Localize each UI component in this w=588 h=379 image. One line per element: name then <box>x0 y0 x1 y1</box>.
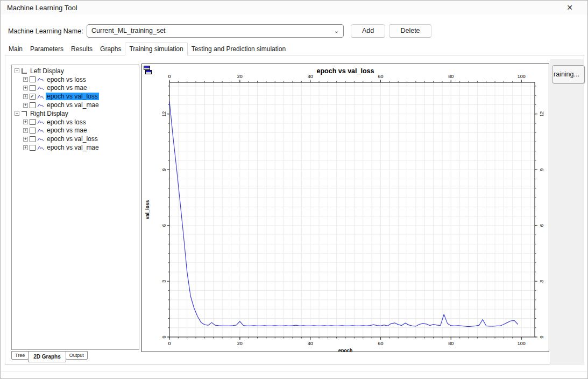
bottom-tab-2d-graphs[interactable]: 2D Graphs <box>28 351 66 362</box>
tab-training-simulation[interactable]: Training simulation <box>125 43 187 55</box>
expand-icon[interactable]: + <box>23 77 28 82</box>
tree-item[interactable]: + epoch vs loss <box>13 75 139 84</box>
svg-text:3: 3 <box>161 280 167 283</box>
svg-text:60: 60 <box>378 341 383 346</box>
svg-text:epoch: epoch <box>338 348 353 352</box>
curve-icon <box>37 76 44 82</box>
svg-text:80: 80 <box>448 341 454 346</box>
collapse-icon[interactable]: − <box>15 111 19 116</box>
tab-graphs[interactable]: Graphs <box>96 44 125 55</box>
chart-title: epoch vs val_loss <box>142 67 549 75</box>
add-button[interactable]: Add <box>351 24 385 38</box>
curve-icon <box>37 85 44 91</box>
bottom-tab-tree[interactable]: Tree <box>11 351 29 360</box>
svg-text:6: 6 <box>161 224 167 227</box>
expand-icon[interactable]: + <box>23 128 28 133</box>
tree-item[interactable]: + epoch vs loss <box>13 118 139 127</box>
tree-node-label[interactable]: Right Display <box>29 110 69 117</box>
checkbox[interactable] <box>30 85 36 91</box>
ml-name-value: Current_ML_training_set <box>91 27 166 34</box>
svg-text:6: 6 <box>539 224 544 227</box>
tab-parameters[interactable]: Parameters <box>26 44 67 55</box>
checkbox[interactable] <box>30 102 36 108</box>
svg-text:0: 0 <box>161 335 167 338</box>
window-title: Machine Learning Tool <box>7 1 77 15</box>
training-button[interactable]: raining... <box>552 65 585 83</box>
svg-text:100: 100 <box>518 341 526 346</box>
svg-text:20: 20 <box>237 341 243 346</box>
tree-node-left-display[interactable]: − Left Display <box>13 67 139 75</box>
expand-icon[interactable]: + <box>23 94 28 99</box>
tree-item[interactable]: + epoch vs val_mae <box>13 101 139 109</box>
tree-node-right-display[interactable]: − Right Display <box>13 109 139 118</box>
tree-item-label[interactable]: epoch vs val_mae <box>46 101 100 109</box>
chevron-down-icon[interactable]: ⌄ <box>334 25 339 37</box>
expand-icon[interactable]: + <box>23 145 28 150</box>
svg-text:12: 12 <box>539 111 544 117</box>
tree-item-label[interactable]: epoch vs val_loss <box>46 93 99 100</box>
checkbox[interactable] <box>30 128 36 134</box>
curve-icon <box>37 128 44 134</box>
ml-name-label: Machine Learning Name: <box>8 25 83 38</box>
tree-item-label[interactable]: epoch vs loss <box>46 118 87 126</box>
bottom-tab-bar: Tree 2D Graphs Output <box>11 351 87 362</box>
svg-text:40: 40 <box>308 341 313 346</box>
checkbox[interactable] <box>30 94 36 100</box>
tree-item[interactable]: + epoch vs mae <box>13 84 139 93</box>
bottom-tab-output[interactable]: Output <box>66 351 88 360</box>
tree-item[interactable]: + epoch vs mae <box>13 127 139 135</box>
svg-text:0: 0 <box>539 335 544 338</box>
curve-icon <box>37 94 44 100</box>
tree-item[interactable]: + epoch vs val_loss <box>13 92 139 101</box>
tree-item[interactable]: + epoch vs val_loss <box>13 135 139 143</box>
checkbox[interactable] <box>30 145 36 151</box>
tree-item-label[interactable]: epoch vs mae <box>46 84 88 92</box>
right-axes-icon <box>21 110 27 117</box>
checkbox[interactable] <box>30 119 36 125</box>
checkbox[interactable] <box>30 76 36 82</box>
tab-main[interactable]: Main <box>5 44 26 55</box>
expand-icon[interactable]: + <box>23 120 28 124</box>
val-loss-chart: 002020404060608080100100003366991212epoc… <box>142 64 549 352</box>
title-bar: Machine Learning Tool ✕ <box>1 1 587 15</box>
tab-testing-prediction-simulation[interactable]: Testing and Prediction simulation <box>188 44 289 55</box>
tree-item-label[interactable]: epoch vs val_loss <box>46 135 99 143</box>
machine-learning-tool-window: Machine Learning Tool ✕ Machine Learning… <box>0 0 588 379</box>
tree-item-label[interactable]: epoch vs mae <box>46 127 88 134</box>
left-axes-icon <box>21 68 27 74</box>
svg-text:0: 0 <box>168 341 171 346</box>
expand-icon[interactable]: + <box>23 86 28 90</box>
graph-panel: 002020404060608080100100003366991212epoc… <box>141 64 549 352</box>
close-icon[interactable]: ✕ <box>562 1 578 15</box>
tree-item[interactable]: + epoch vs val_mae <box>13 143 139 152</box>
svg-text:3: 3 <box>539 280 544 283</box>
collapse-icon[interactable]: − <box>15 68 19 73</box>
curve-icon <box>37 102 44 108</box>
tab-results[interactable]: Results <box>67 44 96 55</box>
tab-bar: Main Parameters Results Graphs Training … <box>5 44 584 55</box>
checkbox[interactable] <box>30 136 36 142</box>
curve-icon <box>37 136 44 142</box>
tree-item-label[interactable]: epoch vs val_mae <box>46 144 100 151</box>
right-panel-strip <box>550 59 584 365</box>
svg-text:val_loss: val_loss <box>145 200 150 220</box>
tree-node-label[interactable]: Left Display <box>29 67 65 75</box>
display-tree: − Left Display + epoch vs loss + epoch v… <box>11 65 139 350</box>
curve-icon <box>37 145 44 151</box>
ml-name-combobox[interactable]: Current_ML_training_set ⌄ <box>87 24 344 38</box>
expand-icon[interactable]: + <box>23 137 28 142</box>
svg-text:12: 12 <box>161 111 167 117</box>
svg-text:9: 9 <box>161 169 167 171</box>
svg-text:9: 9 <box>539 169 544 171</box>
window-bottom-divider <box>1 371 587 371</box>
curve-icon <box>37 119 44 125</box>
expand-icon[interactable]: + <box>23 103 28 108</box>
tree-item-label[interactable]: epoch vs loss <box>46 76 87 83</box>
delete-button[interactable]: Delete <box>389 24 431 38</box>
